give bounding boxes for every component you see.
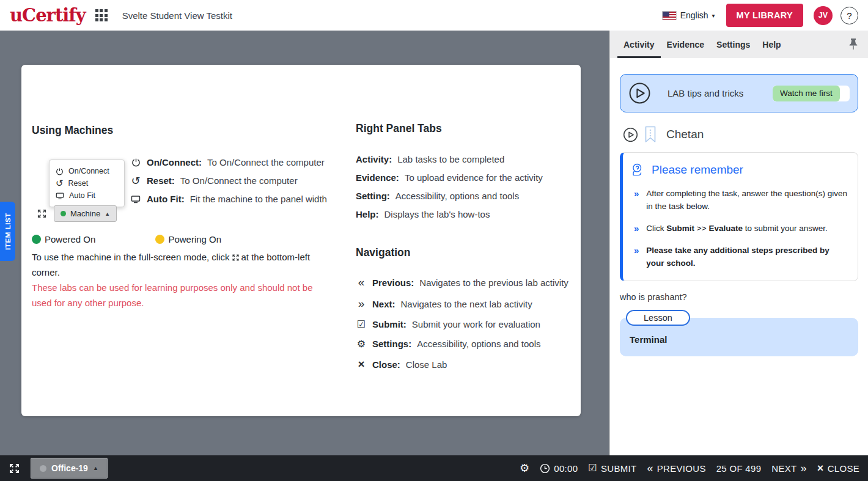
- tab-evidence[interactable]: Evidence: [661, 31, 710, 58]
- text-segment-bold: Evaluate: [708, 224, 743, 233]
- avatar[interactable]: JV: [814, 6, 833, 25]
- activity-counter: 25 OF 499: [716, 463, 762, 474]
- definition-row: Evidence: To upload evidence for the act…: [356, 172, 543, 183]
- definition-desc: Navigates to the next lab activity: [401, 299, 532, 309]
- apps-grid-icon[interactable]: [95, 9, 108, 21]
- lesson-section: Lesson Terminal: [620, 310, 858, 356]
- watch-me-first-label: Watch me first: [773, 86, 840, 101]
- definition-desc: Accessibility, options and tools: [395, 191, 519, 201]
- machine-status-dot: [61, 211, 66, 216]
- next-icon: »: [356, 297, 367, 310]
- submit-icon: ☑: [588, 463, 597, 473]
- text-segment-bold: Submit: [666, 224, 694, 233]
- definition-row: » Next: Navigates to the next lab activi…: [356, 297, 568, 310]
- help-button[interactable]: ?: [840, 7, 858, 24]
- machine-actions-definitions: On/Connect: To On/Connect the computer ↺…: [130, 157, 327, 212]
- next-button[interactable]: NEXT »: [771, 463, 807, 474]
- fullscreen-icon: [232, 254, 240, 262]
- chevrons-right-icon: »: [634, 244, 639, 270]
- definition-term: Evidence:: [356, 172, 399, 183]
- my-library-button[interactable]: MY LIBRARY: [726, 4, 803, 27]
- pin-icon[interactable]: [848, 37, 858, 51]
- tab-activity[interactable]: Activity: [617, 31, 661, 58]
- legend-powering-on: Powering On: [155, 234, 221, 244]
- definition-row: ⚙ Settings: Accessibility, options and t…: [356, 338, 568, 350]
- definition-row: ↺ Reset: To On/Connect the computer: [130, 175, 327, 186]
- close-label: CLOSE: [828, 463, 859, 474]
- legend-label: Powered On: [45, 234, 95, 244]
- menu-item-auto-fit[interactable]: Auto Fit: [56, 189, 118, 202]
- lab-tips-banner: LAB tips and tricks Watch me first: [620, 74, 858, 112]
- play-circle-icon[interactable]: [623, 127, 638, 142]
- timer: 00:00: [540, 463, 578, 474]
- menu-item-on-connect[interactable]: On/Connect: [56, 165, 118, 177]
- top-header: uCertify Svelte Student View Testkit Eng…: [0, 0, 868, 31]
- definition-row: « Previous: Navigates to the previous la…: [356, 276, 568, 289]
- machine-status-dot: [40, 465, 46, 472]
- fullscreen-note: To use the machine in the full-screen mo…: [32, 249, 340, 280]
- monitor-icon: [56, 192, 64, 200]
- green-dot-icon: [32, 235, 41, 244]
- text-segment: Click: [646, 224, 666, 233]
- right-panel-tabbar: Activity Evidence Settings Help: [610, 31, 868, 58]
- using-machines-title: Using Machines: [32, 124, 113, 137]
- watch-me-first-button[interactable]: Watch me first: [773, 86, 850, 101]
- machine-menu-popup: On/Connect ↺ Reset Auto Fit: [49, 160, 125, 207]
- activity-question: who is prashant?: [620, 292, 858, 302]
- author-row: Chetan: [620, 126, 858, 143]
- remember-point-text: Click Submit >> Evaluate to submit your …: [646, 222, 827, 235]
- text-segment: >>: [694, 224, 708, 233]
- settings-button[interactable]: ⚙: [520, 463, 529, 474]
- definition-term: Auto Fit:: [147, 194, 185, 204]
- usage-warning-text: These labs can be used for learning purp…: [32, 280, 324, 310]
- tab-help[interactable]: Help: [756, 31, 787, 58]
- navigation-definitions: « Previous: Navigates to the previous la…: [356, 276, 568, 379]
- definition-row: Auto Fit: Fit the machine to the panel w…: [130, 194, 327, 204]
- previous-button[interactable]: « PREVIOUS: [647, 463, 705, 474]
- ucertify-logo[interactable]: uCertify: [10, 7, 86, 24]
- fullscreen-icon[interactable]: [9, 463, 20, 474]
- monitor-icon: [131, 195, 141, 204]
- definition-desc: Displays the lab's how-tos: [384, 209, 490, 219]
- lab-tips-label: LAB tips and tricks: [668, 88, 773, 98]
- submit-button[interactable]: ☑ SUBMIT: [588, 463, 636, 474]
- close-button[interactable]: × CLOSE: [817, 463, 859, 474]
- reset-icon: ↺: [130, 177, 141, 185]
- yellow-dot-icon: [155, 235, 164, 244]
- definition-term: On/Connect:: [147, 157, 202, 167]
- definition-desc: Fit the machine to the panel width: [190, 194, 327, 204]
- definition-row: Activity: Lab tasks to be completed: [356, 154, 543, 164]
- right-panel-tabs-title: Right Panel Tabs: [356, 122, 442, 135]
- tab-settings[interactable]: Settings: [710, 31, 756, 58]
- course-title: Svelte Student View Testkit: [122, 10, 232, 21]
- item-list-tab[interactable]: ITEM LIST: [0, 202, 15, 261]
- counter-value: 25 OF 499: [716, 463, 762, 474]
- bookmark-icon[interactable]: [644, 126, 657, 143]
- legend-label: Powering On: [168, 234, 221, 244]
- machine-selector-button[interactable]: Office-19 ▲: [31, 458, 108, 479]
- fullscreen-icon[interactable]: [37, 208, 47, 219]
- definition-term: Setting:: [356, 191, 390, 201]
- chevron-up-icon: ▲: [93, 465, 98, 471]
- language-selector[interactable]: English ▾: [662, 10, 715, 20]
- lab-workspace: ITEM LIST Using Machines On/Connect ↺ Re…: [0, 31, 609, 455]
- item-list-label: ITEM LIST: [4, 213, 12, 250]
- us-flag-icon: [662, 11, 677, 20]
- help-card: Using Machines On/Connect ↺ Reset Auto F…: [21, 65, 581, 416]
- close-icon: ×: [817, 463, 824, 474]
- author-name: Chetan: [666, 128, 704, 141]
- definition-desc: Submit your work for evaluation: [412, 319, 540, 329]
- menu-item-reset[interactable]: ↺ Reset: [56, 177, 118, 189]
- chevrons-right-icon: »: [634, 222, 639, 235]
- lesson-badge[interactable]: Lesson: [626, 310, 690, 326]
- definition-desc: To On/Connect the computer: [180, 175, 298, 186]
- remember-point-text: Please take any additional steps prescri…: [646, 244, 848, 270]
- gear-icon: ⚙: [356, 338, 367, 350]
- power-icon: [56, 167, 64, 175]
- play-circle-icon[interactable]: [628, 82, 651, 105]
- power-icon: [131, 158, 141, 167]
- machine-dropdown-button[interactable]: Machine ▲: [54, 205, 117, 222]
- text-segment: to submit your answer.: [743, 224, 828, 233]
- menu-item-label: On/Connect: [68, 167, 109, 175]
- chevrons-left-icon: «: [647, 463, 653, 474]
